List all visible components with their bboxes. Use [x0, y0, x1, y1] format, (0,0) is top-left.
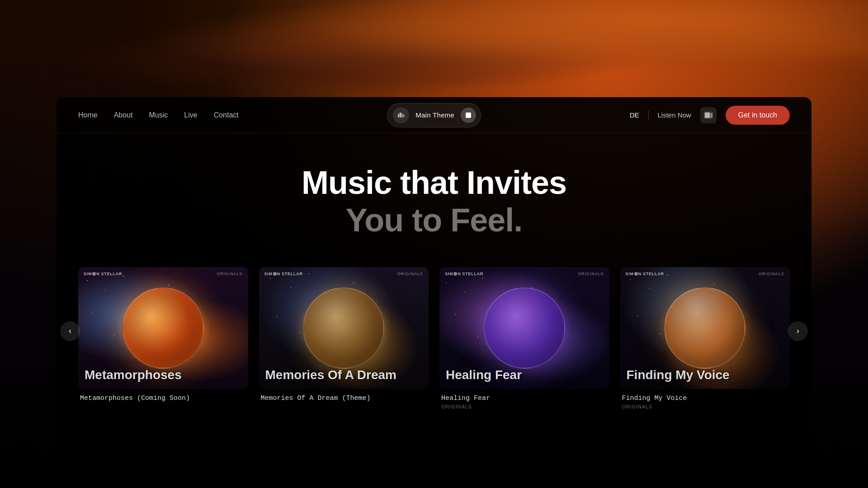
music-bars-icon	[393, 107, 409, 123]
hero-title-line2: You to Feel.	[57, 201, 811, 239]
svg-point-12	[91, 312, 92, 313]
album-info-3: Healing Fear ORIGINALS	[439, 389, 609, 411]
svg-point-25	[446, 282, 447, 283]
nav-link-about[interactable]: About	[114, 111, 133, 119]
carousel-left-arrow[interactable]: ‹	[60, 321, 80, 341]
svg-point-33	[630, 279, 631, 280]
album-info-1: Metamorphoses (Coming Soon)	[78, 389, 248, 406]
player-title: Main Theme	[415, 111, 454, 119]
album-art-finding-my-voice: SIMN STELLAR ORIGINALS Finding My Voice	[620, 267, 790, 389]
stream-icon[interactable]	[700, 107, 717, 123]
svg-point-18	[290, 287, 291, 288]
nav-link-contact[interactable]: Contact	[214, 111, 239, 119]
album-info-4: Finding My Voice ORIGINALS	[620, 389, 790, 411]
album-card-healing-fear[interactable]: SIMN STELLAR ORIGINALS Healing Fear Heal…	[439, 267, 609, 411]
svg-point-9	[105, 289, 106, 290]
album-title-overlay-3: Healing Fear	[446, 368, 603, 382]
carousel-right-arrow[interactable]: ›	[788, 321, 808, 341]
album-title-overlay-4: Finding My Voice	[627, 368, 784, 382]
album-brand-3: SIMN STELLAR	[445, 272, 483, 276]
album-brand-4: SIMN STELLAR	[626, 272, 664, 276]
nav-link-home[interactable]: Home	[78, 111, 98, 119]
svg-rect-2	[401, 113, 403, 117]
album-art-memories: SIMN STELLAR ORIGINALS Memories Of A Dre…	[259, 267, 429, 389]
album-badge-row-3: SIMN STELLAR ORIGINALS	[445, 272, 604, 276]
album-info-2: Memories Of A Dream (Theme)	[259, 389, 429, 406]
svg-rect-1	[400, 113, 401, 117]
svg-point-38	[714, 284, 715, 285]
svg-point-29	[455, 314, 456, 315]
svg-point-24	[299, 332, 300, 333]
stop-icon	[466, 113, 471, 118]
svg-point-26	[464, 291, 465, 292]
get-in-touch-button[interactable]: Get in touch	[726, 106, 790, 125]
svg-rect-7	[710, 116, 712, 117]
album-type-2: ORIGINALS	[397, 272, 423, 276]
album-art-metamorphoses: SIMN STELLAR ORIGINALS Metamorphoses	[78, 267, 248, 389]
language-button[interactable]: DE	[630, 111, 639, 119]
album-planet-3	[484, 287, 565, 369]
svg-point-40	[660, 333, 660, 334]
album-category-4: ORIGINALS	[622, 404, 788, 409]
svg-point-32	[477, 337, 478, 338]
album-brand-1: SIMN STELLAR	[84, 272, 122, 276]
album-card-finding-my-voice[interactable]: SIMN STELLAR ORIGINALS Finding My Voice …	[620, 267, 790, 411]
svg-point-23	[376, 300, 377, 301]
navbar: Home About Music Live Contact Main Theme	[57, 97, 811, 133]
main-container: Home About Music Live Contact Main Theme	[57, 97, 811, 488]
listen-now-label: Listen Now	[658, 111, 691, 119]
hero-title-line1: Music that Invites	[57, 165, 811, 201]
album-type-1: ORIGINALS	[217, 272, 242, 276]
nav-right: DE Listen Now Get in touch	[630, 106, 790, 125]
nav-divider	[648, 111, 649, 120]
album-name-4: Finding My Voice	[622, 394, 788, 402]
album-planet-1	[123, 287, 204, 369]
album-card-memories[interactable]: SIMN STELLAR ORIGINALS Memories Of A Dre…	[259, 267, 429, 411]
album-badge-row-2: SIMN STELLAR ORIGINALS	[264, 272, 424, 276]
album-badge-row-4: SIMN STELLAR ORIGINALS	[626, 272, 785, 276]
album-name-1: Metamorphoses (Coming Soon)	[80, 394, 246, 402]
svg-point-17	[270, 278, 271, 279]
hero-section: Music that Invites You to Feel.	[57, 133, 811, 267]
album-category-3: ORIGINALS	[441, 404, 608, 409]
player-stop-button[interactable]	[461, 108, 476, 123]
svg-rect-3	[403, 114, 405, 117]
svg-rect-0	[398, 114, 399, 117]
album-name-3: Healing Fear	[441, 394, 608, 402]
albums-grid: SIMN STELLAR ORIGINALS Metamorphoses Met…	[78, 267, 790, 411]
svg-rect-6	[710, 113, 712, 115]
nav-link-live[interactable]: Live	[184, 111, 197, 119]
svg-point-13	[168, 285, 169, 286]
nav-link-music[interactable]: Music	[149, 111, 168, 119]
svg-point-8	[87, 280, 88, 281]
album-art-healing-fear: SIMN STELLAR ORIGINALS Healing Fear	[439, 267, 609, 389]
album-planet-4	[664, 287, 745, 369]
album-title-overlay-1: Metamorphoses	[85, 368, 242, 382]
albums-section: ‹ ›	[57, 267, 811, 411]
svg-rect-5	[705, 113, 710, 118]
svg-point-27	[482, 278, 483, 279]
album-brand-2: SIMN STELLAR	[264, 272, 303, 276]
player-widget: Main Theme	[387, 103, 481, 127]
album-type-4: ORIGINALS	[759, 272, 784, 276]
album-badge-row-1: SIMN STELLAR ORIGINALS	[84, 272, 243, 276]
svg-point-21	[277, 316, 278, 317]
album-card-metamorphoses[interactable]: SIMN STELLAR ORIGINALS Metamorphoses Met…	[78, 267, 248, 411]
svg-point-22	[354, 282, 354, 283]
album-type-3: ORIGINALS	[578, 272, 604, 276]
album-planet-2	[303, 287, 384, 369]
album-title-overlay-2: Memories Of A Dream	[265, 368, 423, 382]
svg-point-37	[637, 315, 638, 316]
svg-point-15	[114, 334, 115, 335]
nebula-overlay	[0, 0, 868, 99]
album-name-2: Memories Of A Dream (Theme)	[261, 394, 427, 402]
svg-point-34	[649, 288, 650, 289]
nav-links: Home About Music Live Contact	[78, 111, 239, 119]
